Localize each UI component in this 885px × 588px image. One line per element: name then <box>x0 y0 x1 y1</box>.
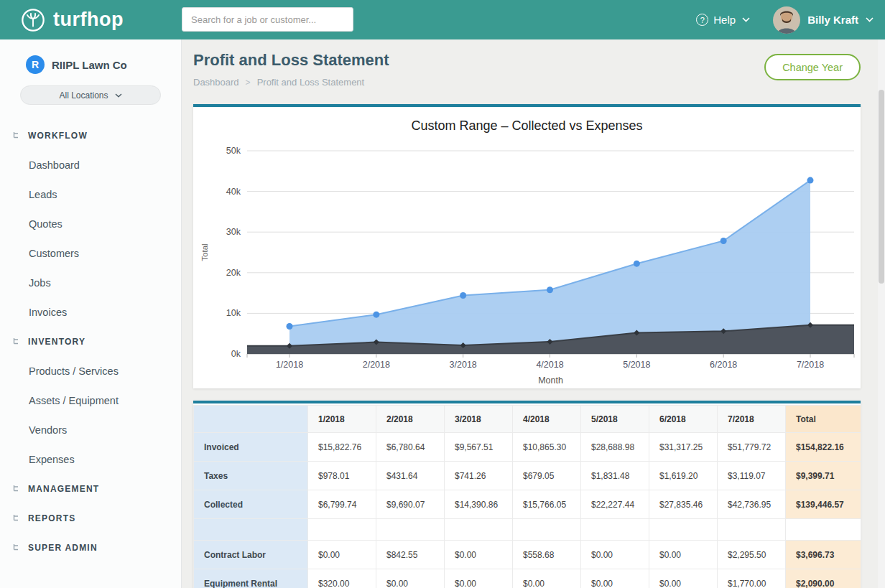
table-cell: $9,567.51 <box>445 433 513 462</box>
search-input[interactable] <box>182 7 353 32</box>
user-avatar <box>773 6 800 34</box>
nav-section-management[interactable]: MANAGEMENT <box>0 474 181 503</box>
breadcrumb-dashboard[interactable]: Dashboard <box>193 77 239 88</box>
nav-section-super-admin[interactable]: SUPER ADMIN <box>0 533 181 562</box>
locations-dropdown[interactable]: All Locations <box>20 85 161 105</box>
tree-hierarchy-icon <box>13 514 22 522</box>
table-header-row: 1/20182/20183/20184/20185/20186/20187/20… <box>194 406 861 433</box>
table-cell <box>513 519 581 541</box>
user-menu[interactable]: Billy Kraft <box>773 6 874 34</box>
help-menu[interactable]: ? Help <box>696 14 750 26</box>
chevron-down-icon <box>742 17 750 22</box>
table-cell: $51,779.72 <box>718 433 786 462</box>
table-cell: $2,295.50 <box>718 541 786 569</box>
nav-section-reports[interactable]: REPORTS <box>0 503 181 533</box>
sidebar-item-products-services[interactable]: Products / Services <box>0 356 181 386</box>
col-header-6-2018: 6/2018 <box>649 406 718 433</box>
table-cell: $320.00 <box>308 569 376 588</box>
table-cell: $22,227.44 <box>581 490 649 519</box>
table-separator-row <box>194 519 861 541</box>
table-cell: $28,688.98 <box>581 433 649 462</box>
row-total: $139,446.57 <box>786 490 861 519</box>
svg-text:6/2018: 6/2018 <box>710 360 737 370</box>
chart-card: Custom Range – Collected vs Expenses 0k1… <box>193 104 861 388</box>
table-cell <box>308 519 376 541</box>
table-row-contract-labor: Contract Labor$0.00$842.55$0.00$558.68$0… <box>194 541 861 569</box>
table-cell: $6,799.74 <box>308 490 376 519</box>
table-cell: $10,865.30 <box>513 433 581 462</box>
table-cell: $0.00 <box>445 541 513 569</box>
col-header-3-2018: 3/2018 <box>445 406 513 433</box>
table-cell: $27,835.46 <box>649 490 718 519</box>
table-cell <box>376 519 445 541</box>
table-cell: $741.26 <box>445 462 513 490</box>
sidebar-item-invoices[interactable]: Invoices <box>0 297 181 327</box>
nav-section-label: SUPER ADMIN <box>28 543 98 553</box>
breadcrumb: Dashboard > Profit and Loss Statement <box>193 77 364 88</box>
table-cell: $0.00 <box>581 569 649 588</box>
brand-logo[interactable]: turfhop <box>20 0 124 39</box>
svg-text:20k: 20k <box>226 268 241 278</box>
table-cell: $842.55 <box>376 541 445 569</box>
chart-title: Custom Range – Collected vs Expenses <box>193 118 861 134</box>
tree-hierarchy-icon <box>13 337 22 345</box>
app: turfhop ? Help <box>0 0 885 588</box>
table-cell <box>581 519 649 541</box>
table-cell <box>445 519 513 541</box>
pl-table: 1/20182/20183/20184/20185/20186/20187/20… <box>193 405 861 588</box>
nav-section-label: REPORTS <box>28 513 75 523</box>
svg-text:1/2018: 1/2018 <box>276 360 303 370</box>
tree-hierarchy-icon <box>13 543 22 551</box>
col-header-2-2018: 2/2018 <box>376 406 445 433</box>
brand-name: turfhop <box>53 9 124 31</box>
col-header-rowlabel <box>194 406 308 433</box>
topbar: turfhop ? Help <box>0 0 885 39</box>
sidebar-item-quotes[interactable]: Quotes <box>0 209 181 238</box>
table-card: 1/20182/20183/20184/20185/20186/20187/20… <box>193 401 861 588</box>
sidebar-item-dashboard[interactable]: Dashboard <box>0 150 181 179</box>
table-cell <box>718 519 786 541</box>
breadcrumb-separator-icon: > <box>246 78 251 88</box>
svg-text:5/2018: 5/2018 <box>623 360 650 370</box>
svg-text:0k: 0k <box>231 349 241 359</box>
col-header-7-2018: 7/2018 <box>718 406 786 433</box>
row-total: $2,090.00 <box>786 569 861 588</box>
sidebar-item-leads[interactable]: Leads <box>0 179 181 209</box>
nav-section-label: MANAGEMENT <box>28 484 99 494</box>
sidebar-item-customers[interactable]: Customers <box>0 238 181 268</box>
nav-section-label: WORKFLOW <box>28 131 88 141</box>
svg-text:Total: Total <box>200 243 209 261</box>
sidebar-item-assets-equipment[interactable]: Assets / Equipment <box>0 386 181 415</box>
row-label: Taxes <box>194 462 308 490</box>
row-total: $9,399.71 <box>786 462 861 490</box>
table-row-taxes: Taxes$978.01$431.64$741.26$679.05$1,831.… <box>194 462 861 490</box>
sidebar: R RIIPL Lawn Co All Locations WORKFLOWDa… <box>0 39 182 588</box>
sidebar-item-expenses[interactable]: Expenses <box>0 444 181 474</box>
col-header-1-2018: 1/2018 <box>308 406 376 433</box>
sidebar-item-vendors[interactable]: Vendors <box>0 415 181 444</box>
table-cell: $558.68 <box>513 541 581 569</box>
table-cell: $31,317.25 <box>649 433 718 462</box>
col-header-4-2018: 4/2018 <box>513 406 581 433</box>
row-label: Collected <box>194 490 308 519</box>
nav-section-workflow[interactable]: WORKFLOW <box>0 121 181 150</box>
sidebar-item-jobs[interactable]: Jobs <box>0 268 181 297</box>
scrollbar-thumb[interactable] <box>879 90 884 284</box>
nav-section-label: INVENTORY <box>28 337 85 347</box>
svg-text:3/2018: 3/2018 <box>450 360 477 370</box>
tree-hierarchy-icon <box>13 485 22 493</box>
help-icon: ? <box>696 14 708 26</box>
row-label: Equipment Rental <box>194 569 308 588</box>
svg-text:30k: 30k <box>226 227 241 237</box>
nav-section-inventory[interactable]: INVENTORY <box>0 327 181 356</box>
table-cell: $0.00 <box>376 569 445 588</box>
table-cell: $0.00 <box>513 569 581 588</box>
company-name: RIIPL Lawn Co <box>52 59 127 71</box>
svg-text:50k: 50k <box>226 146 241 156</box>
pl-chart-svg: 0k10k20k30k40k50k1/20182/20183/20184/201… <box>193 139 861 390</box>
table-cell: $0.00 <box>649 541 718 569</box>
breadcrumb-current: Profit and Loss Statement <box>257 77 365 88</box>
svg-text:7/2018: 7/2018 <box>797 360 824 370</box>
row-label: Invoiced <box>194 433 308 462</box>
change-year-button[interactable]: Change Year <box>764 54 861 80</box>
